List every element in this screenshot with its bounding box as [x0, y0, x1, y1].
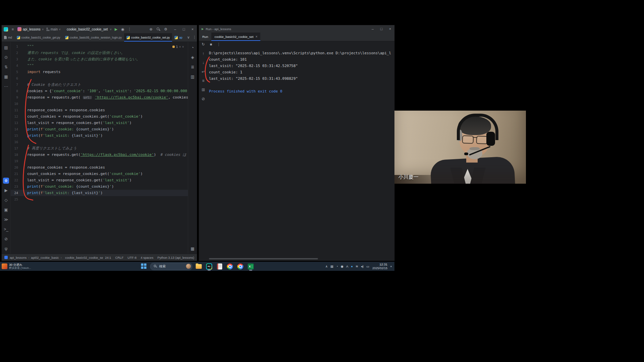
code-line[interactable] — [27, 101, 188, 107]
line-number[interactable]: 3 — [11, 56, 24, 62]
battery-icon[interactable]: ▭ — [366, 265, 369, 268]
tab-cookie_basic01_cookie_get.py[interactable]: cookie_basic01_cookie_get.py — [14, 33, 63, 42]
line-number[interactable]: 22 — [11, 177, 24, 183]
problems-icon[interactable]: ⊘ — [3, 236, 9, 242]
code-line[interactable]: cookies = {'count_cookie': '100', 'last_… — [27, 88, 188, 94]
code-line[interactable]: """ — [27, 43, 188, 50]
statusbar-item[interactable]: 4 spaces — [141, 256, 153, 259]
console-output[interactable]: D:\projects\lessons\api_lessons\.venv\Sc… — [209, 50, 394, 257]
add-user-icon[interactable]: ⊕ — [149, 27, 153, 32]
line-number[interactable]: 17 — [11, 145, 24, 152]
project-selector[interactable]: api_lessons ∨ — [17, 27, 44, 31]
volume-icon[interactable]: ◂) — [361, 265, 364, 268]
notification-dot-icon[interactable] — [390, 266, 392, 267]
code-line[interactable]: また、cookie を受け取ったときに自動的に保存する機能もない。 — [27, 56, 188, 62]
code-line[interactable]: response_cookies = response.cookies — [27, 107, 188, 113]
close-button[interactable]: × — [188, 25, 197, 33]
line-number[interactable]: 15 — [11, 132, 24, 139]
statusbar-item[interactable]: 24:1 — [105, 256, 111, 259]
run-config-widget[interactable]: cookie_basic02_cookie_set ∨ ▶◉⋮ — [67, 27, 132, 32]
code-line[interactable]: print(f'last_visit: {last_visit}') — [27, 190, 188, 196]
line-number[interactable]: 20 — [11, 164, 24, 171]
stop-icon[interactable]: ■ — [209, 42, 213, 47]
maximize-button[interactable]: □ — [179, 25, 188, 33]
wifi-icon[interactable]: ≋ — [356, 265, 358, 268]
hidden-icons-icon[interactable]: ∧ — [325, 265, 328, 268]
code-line[interactable]: # Cookie を含めたリクエスト — [27, 81, 188, 88]
more-tool-windows-icon[interactable]: ⋯ — [3, 83, 9, 89]
code-line[interactable]: count_cookies = response_cookies.get('co… — [27, 171, 188, 177]
code-line[interactable]: count_cookies = response_cookies.get('co… — [27, 113, 188, 120]
breadcrumb-item[interactable]: api02_cookie_basic — [31, 256, 59, 259]
breadcrumb-item[interactable]: cookie_basic02_cookie_set.py — [65, 256, 103, 259]
statusbar-item[interactable]: Python 3.13 (api_lessons) — [157, 256, 194, 259]
debug-button[interactable]: ◉ — [120, 27, 125, 32]
tab-cookie_basic05_cookie_session_login.py[interactable]: cookie_basic05_cookie_session_login.py — [63, 33, 124, 42]
line-number[interactable]: 19 — [11, 158, 24, 164]
mic-icon[interactable]: ◉ — [341, 265, 343, 268]
soft-wrap-icon[interactable]: ↵ — [200, 69, 206, 75]
line-number[interactable]: 9 — [11, 94, 24, 101]
line-number[interactable]: 12 — [11, 113, 24, 120]
documentation-icon[interactable]: ▥ — [190, 74, 196, 80]
code-line[interactable]: 通常の requests では、cookie の設定が面倒くさい。 — [27, 50, 188, 56]
line-number[interactable]: 10 — [11, 101, 24, 107]
run-tool-label[interactable]: Run — [199, 33, 211, 41]
project-icon[interactable]: ▤ — [3, 45, 9, 51]
line-number[interactable]: 18 — [11, 152, 24, 158]
rerun-icon[interactable]: ↻ — [201, 42, 206, 47]
code-line[interactable]: last_visit = response_cookies.get('last_… — [27, 120, 188, 126]
code-line[interactable] — [27, 75, 188, 81]
clear-all-icon[interactable]: ⊘ — [200, 96, 206, 102]
search-everywhere-icon[interactable] — [156, 27, 161, 32]
code-line[interactable] — [27, 139, 188, 145]
python-packages-icon[interactable]: ▣ — [3, 207, 9, 213]
code-line[interactable]: """ — [27, 62, 188, 69]
more-icon[interactable]: ⋮ — [216, 42, 221, 47]
minimize-button[interactable]: – — [368, 25, 377, 33]
line-number[interactable]: 4 — [11, 62, 24, 69]
line-number[interactable]: 8 — [11, 88, 24, 94]
version-control-icon[interactable]: ψ — [3, 246, 9, 252]
minimize-button[interactable]: – — [171, 25, 179, 33]
code-line[interactable]: print(f'last_visit: {last_visit}') — [27, 132, 188, 139]
notifications-icon[interactable]: ◔ — [190, 45, 196, 51]
ide-titlebar[interactable]: ≡ api_lessons ∨ main ∨ cookie_basic02_co… — [2, 25, 197, 33]
line-number[interactable]: 13 — [11, 120, 24, 126]
line-number[interactable]: 7 — [11, 81, 24, 88]
services-icon[interactable]: ◇ — [3, 197, 9, 203]
code-editor[interactable]: 1234567891011121314151617181920212223242… — [11, 42, 188, 254]
more-tabs-icon[interactable]: ⋮ — [192, 35, 197, 40]
code-line[interactable]: # 再度リクエストしてみよう — [27, 145, 188, 152]
code-line[interactable]: response_cookies = response.cookies — [27, 164, 188, 171]
inspections-widget[interactable]: 1 ∧ ∨ — [172, 44, 184, 50]
clock[interactable]: 12:31 2025/02/15 — [372, 262, 387, 270]
widgets-button[interactable]: 30 分遅れ 横浜新道 (Yokoh... — [0, 263, 31, 270]
tab-ap[interactable]: ap — [172, 33, 184, 42]
ime-icon[interactable]: A — [346, 265, 348, 268]
line-number[interactable]: 1 — [11, 43, 24, 50]
run-button[interactable]: ▶ — [114, 27, 118, 32]
ai-assistant-icon[interactable]: ◈ — [190, 54, 196, 60]
scroll-end-icon[interactable]: ≡ — [200, 78, 206, 84]
settings-icon[interactable]: ⚙ — [163, 27, 168, 32]
statusbar-item[interactable]: CRLF — [115, 256, 123, 259]
maximize-button[interactable]: □ — [377, 25, 386, 33]
pycharm-app-button[interactable] — [205, 262, 213, 271]
code-line[interactable]: response = requests.get( url: 'https://f… — [27, 94, 188, 101]
run-titlebar[interactable]: ▶ Run - api_lessons –□× — [199, 25, 394, 33]
code-line[interactable]: last_visit = response_cookies.get('last_… — [27, 177, 188, 183]
run-tool-icon[interactable]: ▶ — [3, 187, 9, 193]
code-line[interactable] — [27, 158, 188, 164]
bluetooth-icon[interactable]: ● — [351, 265, 353, 268]
line-number[interactable]: 24 — [11, 190, 24, 196]
code-line[interactable]: import requests — [27, 69, 188, 75]
explorer-app-button[interactable] — [195, 262, 203, 271]
window-layout-icon[interactable]: ▦ — [190, 246, 196, 252]
close-button[interactable]: × — [386, 25, 394, 33]
statusbar-item[interactable]: UTF-8 — [127, 256, 137, 259]
line-number[interactable]: 14 — [11, 126, 24, 132]
excel-app-button[interactable] — [247, 262, 255, 271]
tab-md[interactable]: md — [2, 33, 14, 42]
up-stack-icon[interactable]: ↑ — [200, 51, 206, 57]
